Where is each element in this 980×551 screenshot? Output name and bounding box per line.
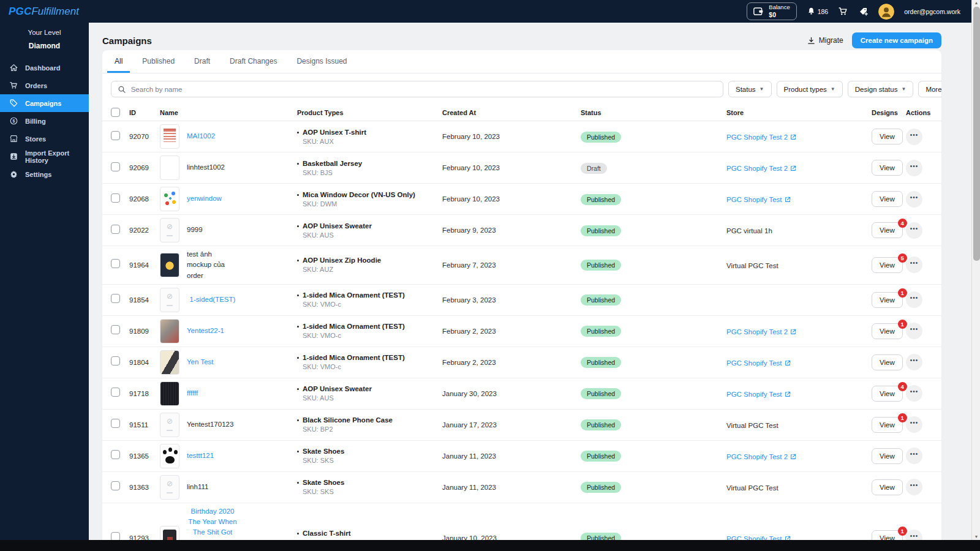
sidebar-item-stores[interactable]: Stores [0,130,89,148]
view-designs-button[interactable]: View [872,354,903,370]
created-at: February 10, 2023 [442,195,581,203]
row-checkbox[interactable] [111,131,120,140]
bullet-icon [297,419,299,421]
view-designs-button[interactable]: View [872,191,903,207]
notifications-button[interactable]: 186 [807,7,829,16]
store-link[interactable]: PGC Shopify Test [726,196,791,203]
tab-designs-issued[interactable]: Designs Issued [289,50,354,73]
store-link[interactable]: PGC Shopify Test 2 [726,133,796,141]
sidebar-item-campaigns[interactable]: Campaigns [0,94,89,112]
row-actions-button[interactable]: ••• [906,222,922,239]
cart-button[interactable] [838,6,848,17]
row-checkbox[interactable] [111,325,120,334]
scrollbar-thumb[interactable] [973,7,980,261]
product-sku: SKU: DWM [303,200,442,208]
product-types-filter-button[interactable]: Product types▼ [777,81,843,97]
store-link[interactable]: PGC Shopify Test 2 [726,328,796,335]
row-checkbox[interactable] [111,532,120,540]
header-actions: Actions [906,109,933,116]
view-designs-button[interactable]: View1 [872,292,903,308]
row-checkbox[interactable] [111,450,120,459]
user-avatar[interactable] [878,4,894,20]
campaign-name-link[interactable]: MAI1002 [187,131,215,141]
design-status-filter-button[interactable]: Design status▼ [848,81,914,97]
view-designs-button[interactable]: View [872,160,903,176]
row-checkbox[interactable] [111,481,120,490]
row-actions-button[interactable]: ••• [906,530,922,540]
view-designs-button[interactable]: View5 [872,257,903,273]
view-designs-button[interactable]: View [872,448,903,464]
store-link[interactable]: PGC Shopify Test [726,391,791,398]
scroll-up-arrow[interactable]: ▲ [972,0,980,6]
row-actions-button[interactable]: ••• [906,291,922,308]
campaign-name: test ảnh mockup của order [187,249,238,281]
product-sku: SKU: AUS [303,231,442,239]
select-all-checkbox[interactable] [111,108,120,117]
tab-all[interactable]: All [107,50,130,73]
view-designs-button[interactable]: View1 [872,417,903,433]
topbar: PGCFulfillment Balance $0 186 [0,0,971,23]
dollar-icon: $ [9,116,18,126]
app-logo[interactable]: PGCFulfillment [9,6,79,18]
view-designs-button[interactable]: View1 [872,530,903,541]
row-checkbox[interactable] [111,294,120,303]
row-checkbox[interactable] [111,225,120,234]
store-link[interactable]: PGC Shopify Test [726,535,791,541]
scroll-down-arrow[interactable]: ▼ [972,534,980,540]
tab-draft[interactable]: Draft [187,50,217,73]
campaign-name-link[interactable]: testtt121 [187,451,214,461]
store-link[interactable]: PGC Shopify Test 2 [726,453,796,460]
balance-value: $0 [769,11,790,18]
row-actions-button[interactable]: ••• [906,448,922,464]
view-designs-button[interactable]: View [872,479,903,495]
status-badge: Published [581,482,621,493]
tab-draft-changes[interactable]: Draft Changes [222,50,284,73]
balance-widget[interactable]: Balance $0 [747,2,796,20]
sidebar-item-orders[interactable]: Orders [0,77,89,94]
sidebar-item-import-export-history[interactable]: Import Export History [0,148,89,165]
view-designs-button[interactable]: View4 [872,222,903,238]
campaign-name-link[interactable]: Birthday 2020 The Year When The Shit Got… [187,506,238,540]
view-designs-button[interactable]: View4 [872,386,903,402]
store-link[interactable]: PGC Shopify Test 2 [726,165,796,172]
row-actions-button[interactable]: ••• [906,160,922,176]
row-actions-button[interactable]: ••• [906,479,922,495]
table-row: 92069 linhtest1002 Basketball Jersey SKU… [102,152,941,184]
tab-published[interactable]: Published [135,50,182,73]
search-input[interactable] [131,86,717,93]
migrate-button[interactable]: Migrate [807,36,843,45]
sidebar-item-settings[interactable]: Settings [0,165,89,183]
row-checkbox[interactable] [111,356,120,365]
campaign-name-link[interactable]: 1-sided(TEST) [187,294,238,305]
promotions-button[interactable] [858,6,869,17]
status-filter-button[interactable]: Status▼ [728,81,772,97]
search-box [111,81,723,97]
view-label: View [880,261,895,269]
campaign-name-link[interactable]: ffffff [187,388,198,399]
more-filters-button[interactable]: More filters [918,81,941,97]
sidebar-item-dashboard[interactable]: Dashboard [0,59,89,77]
row-actions-button[interactable]: ••• [906,385,922,402]
create-new-campaign-button[interactable]: Create new campaign [852,32,941,48]
product-type: Skate Shoes [303,479,344,486]
row-actions-button[interactable]: ••• [906,323,922,339]
row-checkbox[interactable] [111,388,120,397]
campaign-name-link[interactable]: Yen Test [187,357,213,367]
store-link[interactable]: PGC Shopify Test [726,359,791,367]
campaign-name-link[interactable]: yenwindow [187,193,222,204]
row-checkbox[interactable] [111,162,120,171]
row-actions-button[interactable]: ••• [906,416,922,433]
view-designs-button[interactable]: View1 [872,323,903,339]
row-actions-button[interactable]: ••• [906,354,922,370]
row-checkbox[interactable] [111,193,120,203]
view-designs-button[interactable]: View [872,129,903,144]
row-actions-button[interactable]: ••• [906,129,922,145]
sidebar-item-billing[interactable]: $ Billing [0,112,89,130]
row-checkbox[interactable] [111,419,120,428]
product-sku: SKU: VMO-c [303,363,442,370]
campaign-name-link[interactable]: Yentest22-1 [187,326,224,336]
row-actions-button[interactable]: ••• [906,191,922,208]
vertical-scrollbar[interactable]: ▲ ▼ [971,0,980,540]
row-actions-button[interactable]: ••• [906,257,922,273]
row-checkbox[interactable] [111,259,120,268]
